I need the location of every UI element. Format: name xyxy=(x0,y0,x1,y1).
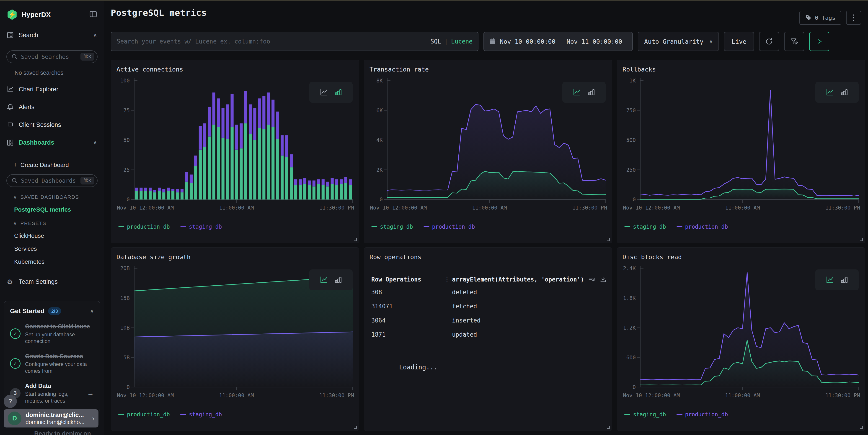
saved-searches-box[interactable]: ⌘K xyxy=(6,50,98,63)
legend-item[interactable]: staging_db xyxy=(624,411,666,418)
resize-handle[interactable] xyxy=(607,238,610,241)
resize-handle[interactable] xyxy=(354,426,357,429)
legend-item[interactable]: production_db xyxy=(424,224,475,230)
run-query-button[interactable] xyxy=(809,32,829,51)
sidebar-item-search[interactable]: Search ∧ xyxy=(0,29,104,41)
cell-count: 308 xyxy=(371,289,452,296)
chart-card-database-size-growth: Database size growth 20B15B10B5B0Nov 10 … xyxy=(111,247,359,431)
bar-chart-toggle-icon[interactable] xyxy=(840,276,848,284)
task-create-data-sources[interactable]: ✓ Create Data Sources Configure where yo… xyxy=(10,353,94,375)
download-icon[interactable] xyxy=(600,276,607,283)
svg-text:500: 500 xyxy=(626,137,636,143)
column-resize-handle[interactable]: ⋮ xyxy=(444,276,452,282)
bar-chart-toggle-icon[interactable] xyxy=(840,88,848,96)
chart-title: Rollbacks xyxy=(622,66,860,73)
sidebar-item-postgresql-metrics[interactable]: PostgreSQL metrics xyxy=(14,206,97,213)
refresh-button[interactable] xyxy=(759,32,779,51)
more-options-button[interactable] xyxy=(846,11,861,25)
create-dashboard-button[interactable]: + Create Dashboard xyxy=(13,161,97,169)
sidebar-item-label: Client Sessions xyxy=(19,122,61,129)
column-header[interactable]: arrayElement(Attributes, 'operation') xyxy=(452,276,588,283)
chart-title: Active connections xyxy=(117,66,353,73)
user-name: dominic.tran@clic... xyxy=(26,411,85,419)
legend-item[interactable]: staging_db xyxy=(180,224,222,230)
sort-rows-icon[interactable] xyxy=(588,276,595,283)
kbd-shortcut: ⌘K xyxy=(81,177,94,185)
user-email: dominic.tran@clickho... xyxy=(26,419,85,426)
granularity-value: Auto Granularity xyxy=(644,38,704,45)
chart-legend: production_dbstaging_db xyxy=(117,224,353,230)
saved-dashboards-input[interactable] xyxy=(21,177,77,184)
granularity-select[interactable]: Auto Granularity ∨ xyxy=(638,32,719,51)
lucene-mode-toggle[interactable]: Lucene xyxy=(451,38,472,45)
saved-dashboards-box[interactable]: ⌘K xyxy=(6,174,98,187)
get-started-card: Get Started 2/3 ∧ ✓ Connect to ClickHous… xyxy=(4,301,100,411)
legend-item[interactable]: production_db xyxy=(118,411,170,418)
table-row[interactable]: 314071fetched xyxy=(370,299,607,313)
svg-text:4K: 4K xyxy=(376,137,383,143)
legend-item[interactable]: staging_db xyxy=(624,224,666,230)
chevron-up-icon[interactable]: ∧ xyxy=(90,308,94,314)
legend-item[interactable]: production_db xyxy=(118,224,170,230)
task-connect-clickhouse[interactable]: ✓ Connect to ClickHouse Set up your data… xyxy=(10,323,94,345)
chart-legend: staging_dbproduction_db xyxy=(622,411,860,418)
table-header: Row Operations ⋮ arrayElement(Attributes… xyxy=(370,276,607,283)
resize-handle[interactable] xyxy=(354,238,357,241)
live-button[interactable]: Live xyxy=(724,32,754,51)
saved-searches-input[interactable] xyxy=(21,54,77,60)
line-chart-toggle-icon[interactable] xyxy=(320,276,328,284)
bar-chart-toggle-icon[interactable] xyxy=(334,276,342,284)
legend-item[interactable]: production_db xyxy=(677,224,728,230)
svg-text:0: 0 xyxy=(632,384,636,390)
task-add-data[interactable]: 3 Add Data Start sending logs, metrics, … xyxy=(10,382,94,404)
line-chart-toggle-icon[interactable] xyxy=(573,88,581,96)
svg-text:11:30:00 PM: 11:30:00 PM xyxy=(826,393,860,398)
legend-label: staging_db xyxy=(633,411,666,418)
calendar-icon xyxy=(489,38,495,45)
chart-legend: production_dbstaging_db xyxy=(117,411,353,418)
sidebar-item-kubernetes[interactable]: Kubernetes xyxy=(14,258,97,265)
saved-dashboards-section-toggle[interactable]: ∨ SAVED DASHBOARDS xyxy=(13,194,97,200)
event-search-input[interactable] xyxy=(117,38,427,45)
legend-swatch xyxy=(624,414,630,415)
legend-label: production_db xyxy=(127,411,170,418)
collapse-sidebar-icon[interactable] xyxy=(89,11,97,19)
resize-handle[interactable] xyxy=(860,238,863,241)
line-chart-toggle-icon[interactable] xyxy=(826,88,834,96)
event-search-box[interactable]: SQL | Lucene xyxy=(111,32,478,51)
create-dashboard-label: Create Dashboard xyxy=(21,162,69,169)
svg-text:2.4K: 2.4K xyxy=(623,265,636,271)
tags-button[interactable]: 0 Tags xyxy=(799,11,841,25)
sidebar-item-dashboards[interactable]: Dashboards ∧ xyxy=(0,136,104,149)
sidebar-item-team-settings[interactable]: ⚙ Team Settings xyxy=(0,275,104,288)
table-row[interactable]: 1871updated xyxy=(370,328,607,342)
resize-handle[interactable] xyxy=(607,426,610,429)
legend-item[interactable]: staging_db xyxy=(371,224,413,230)
filter-button[interactable] xyxy=(784,32,804,51)
legend-swatch xyxy=(371,226,377,227)
column-header[interactable]: Row Operations xyxy=(371,276,444,283)
presets-section-toggle[interactable]: ∨ PRESETS xyxy=(13,221,97,226)
sql-mode-toggle[interactable]: SQL xyxy=(430,38,441,45)
bar-chart-toggle-icon[interactable] xyxy=(587,88,595,96)
chart-legend: staging_dbproduction_db xyxy=(622,224,860,230)
sidebar-item-services[interactable]: Services xyxy=(14,245,97,252)
line-chart-toggle-icon[interactable] xyxy=(320,88,328,96)
svg-text:0: 0 xyxy=(632,197,636,202)
table-row[interactable]: 3064inserted xyxy=(370,313,607,328)
legend-item[interactable]: staging_db xyxy=(180,411,222,418)
sidebar-item-clickhouse[interactable]: ClickHouse xyxy=(14,232,97,239)
svg-text:75: 75 xyxy=(123,107,130,113)
help-button[interactable]: ? xyxy=(4,395,17,408)
legend-item[interactable]: production_db xyxy=(677,411,728,418)
chevron-down-icon: ∨ xyxy=(710,39,713,44)
user-account-button[interactable]: D dominic.tran@clic... dominic.tran@clic… xyxy=(4,409,98,428)
date-range-picker[interactable]: Nov 10 00:00:00 - Nov 11 00:00:00 xyxy=(484,32,633,51)
table-row[interactable]: 308deleted xyxy=(370,285,607,299)
resize-handle[interactable] xyxy=(860,426,863,429)
sidebar-item-client-sessions[interactable]: Client Sessions xyxy=(0,119,104,131)
sidebar-item-alerts[interactable]: Alerts xyxy=(0,101,104,113)
sidebar-item-chart-explorer[interactable]: Chart Explorer xyxy=(0,83,104,96)
line-chart-toggle-icon[interactable] xyxy=(826,276,834,284)
bar-chart-toggle-icon[interactable] xyxy=(334,88,342,96)
